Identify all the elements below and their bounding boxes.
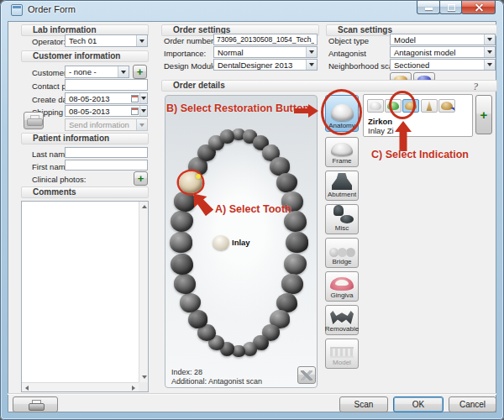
contact-person-input[interactable]	[65, 79, 148, 91]
antagonist-label: Antagonist	[328, 49, 366, 58]
inlay-preview-icon	[213, 235, 229, 250]
footer-divider	[8, 393, 496, 395]
customer-label: Customer:	[32, 68, 69, 77]
tooth[interactable]	[281, 192, 303, 212]
add-customer-button[interactable]: +	[133, 65, 147, 79]
tooth[interactable]	[171, 254, 193, 275]
misc-post-icon	[330, 205, 354, 223]
restoration-button-label: Misc	[335, 224, 349, 232]
order-number-input[interactable]	[213, 34, 318, 45]
object-type-select[interactable]: Model	[390, 34, 496, 45]
tooth-chart-panel: Inlay Index: 28 Additional: Antagonist s…	[165, 95, 318, 388]
chevron-down-icon	[136, 35, 147, 46]
minimize-icon	[425, 8, 433, 10]
shipping-date-picker[interactable]: 08-05-2013	[65, 105, 148, 117]
tooth[interactable]	[188, 310, 208, 328]
restoration-button-gingiva[interactable]: Gingiva	[325, 271, 359, 302]
scroll-down-icon	[142, 375, 147, 379]
order-number-label: Order number:	[164, 36, 216, 45]
material-name: Zirkon	[368, 117, 392, 126]
indication-panel: Zirkon Inlay Zi	[363, 94, 473, 137]
scrollbar-corner	[139, 382, 148, 391]
close-icon	[474, 3, 483, 12]
chevron-down-icon	[118, 66, 129, 77]
create-date-picker[interactable]: 08-05-2013	[65, 92, 148, 104]
tooth[interactable]	[286, 232, 308, 253]
chevron-down-icon	[484, 34, 495, 45]
customer-select[interactable]: - none -	[65, 66, 129, 78]
chevron-down-icon	[306, 60, 317, 70]
tooth[interactable]	[170, 232, 192, 253]
maximize-icon	[448, 4, 455, 11]
tooth[interactable]	[284, 211, 307, 232]
comments-textarea[interactable]	[21, 201, 149, 392]
restoration-button-model[interactable]: Model	[325, 339, 359, 369]
first-name-input[interactable]	[65, 160, 148, 171]
chevron-down-icon	[136, 119, 147, 130]
restoration-button-abutment[interactable]: Abutment	[325, 171, 359, 201]
restoration-button-misc[interactable]: Misc	[325, 204, 359, 234]
design-module-select[interactable]: DentalDesigner 2013	[213, 59, 318, 71]
indication-crown-button[interactable]	[367, 99, 384, 113]
anatomy-crown-icon	[331, 104, 354, 121]
antagonist-select[interactable]: Antagonist model	[390, 46, 496, 58]
calendar-icon	[131, 95, 139, 102]
tooth-selected[interactable]	[179, 171, 202, 193]
minimize-button[interactable]	[417, 1, 440, 14]
maximize-button[interactable]	[439, 1, 462, 14]
send-information-icon	[27, 115, 41, 126]
help-link[interactable]: ?	[473, 81, 478, 93]
view-tool-button[interactable]	[297, 366, 316, 384]
window-icon	[11, 4, 23, 16]
vertical-scrollbar[interactable]	[139, 202, 148, 382]
operator-label: Operator:	[32, 37, 66, 46]
send-information-button[interactable]	[24, 112, 44, 129]
close-button[interactable]	[461, 1, 496, 14]
tooth[interactable]	[171, 211, 193, 232]
tooth[interactable]	[281, 274, 303, 294]
importance-label: Importance:	[164, 49, 206, 58]
tooth[interactable]	[220, 129, 235, 144]
frame-coping-icon	[331, 143, 353, 156]
tooth[interactable]	[174, 192, 196, 212]
neighborhood-scan-select[interactable]: Sectioned	[390, 59, 496, 71]
restoration-button-removable[interactable]: Removable	[325, 305, 359, 335]
scan-button[interactable]: Scan	[339, 396, 388, 412]
model-icon	[330, 347, 354, 358]
inlay-label: Inlay	[232, 238, 250, 247]
indication-inlay-button[interactable]	[402, 99, 419, 113]
chevron-down-icon	[139, 106, 147, 116]
add-indication-button[interactable]: +	[475, 95, 492, 134]
indication-name: Inlay Zi	[368, 126, 394, 135]
operator-select[interactable]: Tech 01	[65, 34, 148, 47]
ok-button[interactable]: OK	[393, 396, 444, 412]
object-type-label: Object type	[328, 36, 369, 45]
inlay-icon	[405, 102, 417, 110]
tooth[interactable]	[276, 173, 297, 192]
restoration-button-bridge[interactable]: Bridge	[325, 238, 359, 268]
chevron-down-icon	[484, 47, 495, 57]
cancel-button[interactable]: Cancel	[449, 396, 496, 412]
gingiva-icon	[330, 277, 354, 291]
scroll-left-icon	[25, 386, 29, 391]
restoration-button-label: Anatomy	[328, 122, 355, 129]
title-bar[interactable]: Order Form	[0, 0, 504, 20]
restoration-button-anatomy[interactable]: Anatomy	[325, 95, 359, 132]
customer-information-header: Customer information	[21, 50, 149, 62]
indication-dot-icon	[196, 174, 201, 179]
post-icon	[441, 102, 453, 110]
print-button[interactable]	[13, 396, 58, 412]
last-name-input[interactable]	[65, 147, 148, 158]
crown-icon	[370, 102, 381, 110]
horizontal-scrollbar[interactable]	[22, 382, 139, 391]
restoration-button-frame[interactable]: Frame	[325, 137, 359, 167]
scroll-right-icon	[132, 386, 135, 391]
importance-select[interactable]: Normal	[213, 46, 318, 58]
indication-pontic-button[interactable]	[385, 99, 402, 113]
chevron-down-icon	[484, 60, 495, 70]
add-clinical-photo-button[interactable]: +	[134, 171, 148, 186]
indication-veneer-button[interactable]	[421, 99, 438, 113]
tooth[interactable]	[174, 274, 196, 294]
tooth[interactable]	[284, 254, 307, 275]
indication-post-button[interactable]	[438, 99, 455, 113]
